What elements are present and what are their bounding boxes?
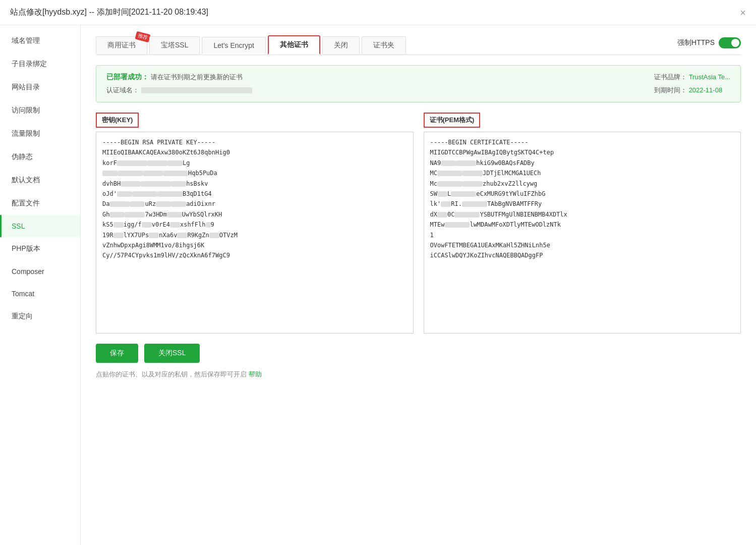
tabs-row: 商用证书推荐宝塔SSLLet's Encrypt其他证书关闭证书夹 强制HTTP…: [96, 35, 741, 55]
success-banner: 已部署成功： 请在证书到期之前更换新的证书 认证域名： 证书品牌： TrustA…: [96, 65, 741, 102]
key-textarea[interactable]: -----BEGIN RSA PRIVATE KEY-----MIIEoQIBA…: [96, 132, 414, 334]
success-subtitle: 请在证书到期之前更换新的证书: [151, 73, 243, 81]
sidebar-item-webroot[interactable]: 网站目录: [0, 76, 80, 99]
content-area: 商用证书推荐宝塔SSLLet's Encrypt其他证书关闭证书夹 强制HTTP…: [81, 25, 756, 545]
tab-othercert[interactable]: 其他证书: [268, 35, 320, 54]
window-title: 站点修改[hyydsb.xyz] -- 添加时间[2021-11-20 08:1…: [10, 7, 208, 18]
sidebar-item-access[interactable]: 访问限制: [0, 99, 80, 122]
tab-close[interactable]: 关闭: [322, 36, 360, 54]
force-https-label: 强制HTTPS: [677, 38, 715, 47]
bottom-note: 点贴你的证书、以及对应的私钥，然后保存即可开启 帮助: [96, 370, 741, 379]
expiry-row: 到期时间： 2022-11-08: [654, 86, 730, 95]
sidebar-item-tomcat[interactable]: Tomcat: [0, 283, 80, 305]
title-bar: 站点修改[hyydsb.xyz] -- 添加时间[2021-11-20 08:1…: [0, 0, 756, 25]
domain-row: 认证域名：: [106, 86, 252, 95]
save-button[interactable]: 保存: [96, 344, 138, 363]
expiry-label: 到期时间：: [654, 86, 687, 94]
close-ssl-button[interactable]: 关闭SSL: [144, 344, 200, 363]
close-button[interactable]: ×: [740, 8, 746, 18]
sidebar-item-traffic[interactable]: 流量限制: [0, 122, 80, 145]
sidebar-item-ssl[interactable]: SSL: [0, 215, 80, 237]
success-right: 证书品牌： TrustAsia Te... 到期时间： 2022-11-08: [654, 73, 730, 95]
sidebar-item-configfile[interactable]: 配置文件: [0, 192, 80, 215]
tab-certfolder[interactable]: 证书夹: [362, 36, 406, 54]
sidebar-item-domain[interactable]: 域名管理: [0, 29, 80, 52]
cert-panels: 密钥(KEY) -----BEGIN RSA PRIVATE KEY-----M…: [96, 113, 741, 334]
tab-baota[interactable]: 宝塔SSL: [149, 36, 200, 54]
domain-blur: [141, 87, 252, 93]
force-https-toggle[interactable]: [719, 37, 741, 48]
brand-row: 证书品牌： TrustAsia Te...: [654, 73, 730, 82]
success-title-row: 已部署成功： 请在证书到期之前更换新的证书: [106, 73, 252, 82]
domain-label: 认证域名：: [106, 86, 139, 94]
sidebar-item-subdir[interactable]: 子目录绑定: [0, 52, 80, 76]
sidebar-item-composer[interactable]: Composer: [0, 260, 80, 283]
cert-panel-header: 证书(PEM格式): [424, 113, 481, 128]
success-left: 已部署成功： 请在证书到期之前更换新的证书 认证域名：: [106, 73, 252, 95]
tab-letsencrypt[interactable]: Let's Encrypt: [202, 37, 266, 53]
sidebar: 域名管理子目录绑定网站目录访问限制流量限制伪静态默认文档配置文件SSLPHP版本…: [0, 25, 81, 545]
help-link[interactable]: 帮助: [249, 370, 262, 378]
sidebar-item-redirect[interactable]: 重定向: [0, 305, 80, 328]
sidebar-item-pseudostatic[interactable]: 伪静态: [0, 145, 80, 169]
main-window: 站点修改[hyydsb.xyz] -- 添加时间[2021-11-20 08:1…: [0, 0, 756, 545]
success-title: 已部署成功：: [106, 73, 149, 81]
sidebar-item-defaultdoc[interactable]: 默认文档: [0, 169, 80, 192]
key-panel: 密钥(KEY) -----BEGIN RSA PRIVATE KEY-----M…: [96, 113, 414, 334]
brand-label: 证书品牌：: [654, 73, 687, 81]
cert-textarea[interactable]: -----BEGIN CERTIFICATE-----MIIGDTCCBPWgA…: [424, 132, 741, 334]
action-row: 保存 关闭SSL: [96, 344, 741, 363]
key-panel-header: 密钥(KEY): [96, 113, 139, 128]
sidebar-item-phpversion[interactable]: PHP版本: [0, 237, 80, 260]
cert-panel: 证书(PEM格式) -----BEGIN CERTIFICATE-----MII…: [424, 113, 741, 334]
brand-value: TrustAsia Te...: [689, 73, 730, 81]
main-layout: 域名管理子目录绑定网站目录访问限制流量限制伪静态默认文档配置文件SSLPHP版本…: [0, 25, 756, 545]
tab-commercial[interactable]: 商用证书推荐: [96, 36, 147, 54]
expiry-value: 2022-11-08: [689, 86, 723, 94]
force-https-area: 强制HTTPS: [677, 37, 741, 52]
